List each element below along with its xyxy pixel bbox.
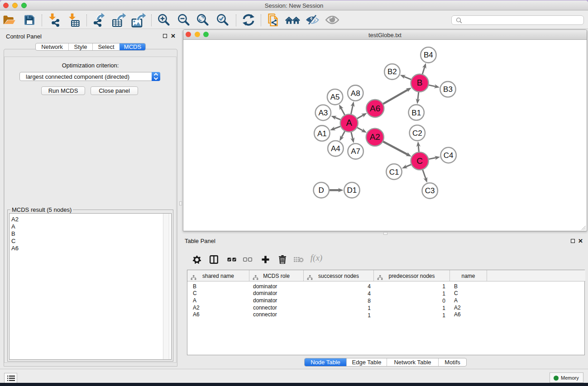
- svg-text:B2: B2: [387, 67, 397, 76]
- svg-text:B4: B4: [424, 51, 433, 59]
- svg-text:C: C: [416, 156, 423, 166]
- svg-text:D1: D1: [347, 186, 357, 195]
- svg-text:A8: A8: [351, 89, 360, 98]
- svg-text:B: B: [417, 78, 423, 87]
- svg-text:C3: C3: [425, 186, 435, 195]
- svg-text:B1: B1: [411, 109, 421, 117]
- svg-text:C1: C1: [389, 168, 399, 176]
- svg-text:A6: A6: [370, 104, 380, 113]
- svg-text:A5: A5: [330, 93, 340, 101]
- svg-text:C2: C2: [412, 129, 422, 138]
- svg-text:A3: A3: [318, 109, 328, 117]
- svg-text:A4: A4: [331, 144, 340, 153]
- svg-text:A2: A2: [370, 132, 380, 142]
- svg-text:B3: B3: [443, 85, 453, 94]
- svg-text:D: D: [319, 186, 324, 195]
- svg-text:A1: A1: [317, 129, 327, 138]
- svg-text:C4: C4: [444, 151, 454, 160]
- svg-text:A: A: [346, 118, 353, 128]
- svg-text:A7: A7: [351, 147, 360, 156]
